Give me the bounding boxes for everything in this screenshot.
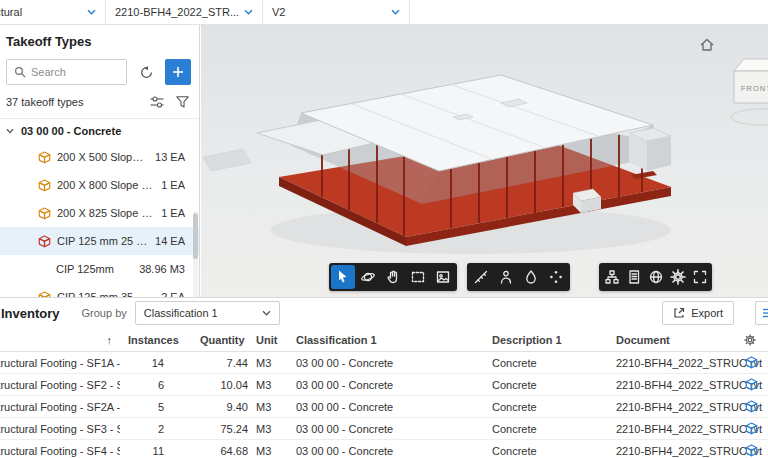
takeoff-type-label: CIP 125mm [56, 263, 133, 275]
scrollbar[interactable] [193, 211, 198, 297]
cell-classification: 03 00 00 - Concrete [294, 357, 490, 369]
version-dropdown[interactable]: V2 [263, 0, 410, 24]
select-tool-button[interactable] [331, 265, 355, 289]
history-button[interactable] [133, 59, 159, 85]
toolbar-navigation [329, 263, 457, 291]
viewport[interactable]: FRONT [201, 25, 768, 297]
takeoff-type-item[interactable]: 200 X 800 Slope 1 Side 1H to ...1 EA [0, 171, 199, 199]
cell-unit: M3 [254, 357, 294, 369]
tree-group-concrete[interactable]: 03 00 00 - Concrete [0, 119, 199, 143]
cursor-icon [335, 269, 351, 285]
inventory-row[interactable]: Structural Footing - SF4 - SF-41164.68M3… [0, 440, 768, 458]
pan-tool-button[interactable] [381, 265, 405, 289]
inventory-title: Inventory [1, 306, 60, 321]
history-icon [139, 65, 154, 80]
properties-button[interactable] [623, 265, 644, 289]
panel-toggle-button[interactable] [755, 301, 768, 325]
column-header-instances[interactable]: Instances [120, 334, 192, 346]
cell-unit: M3 [254, 379, 294, 391]
takeoff-type-label: 200 X 825 Slope 1 Side 1H to ... [57, 207, 155, 219]
settings-button[interactable] [667, 265, 688, 289]
building-model [203, 75, 671, 254]
cell-quantity: 10.04 [192, 379, 254, 391]
search-input[interactable]: Search [6, 59, 127, 85]
takeoff-type-item[interactable]: 200 X 825 Slope 1 Side 1H to ...1 EA [0, 199, 199, 227]
explode-tool-button[interactable] [544, 265, 568, 289]
display-settings-icon[interactable] [150, 96, 164, 108]
cell-classification: 03 00 00 - Concrete [294, 423, 490, 435]
group-by-label: Group by [82, 307, 127, 319]
document-model-icon[interactable] [745, 356, 758, 369]
document-name: 2210-BFH4_2022_STRUC.rvt [616, 357, 762, 369]
cell-quantity: 64.68 [192, 445, 254, 457]
project-phase-dropdown[interactable]: Structural [0, 0, 106, 24]
viewcube[interactable]: FRONT [728, 51, 768, 135]
cell-unit: M3 [254, 423, 294, 435]
cell-description: Concrete [490, 357, 614, 369]
takeoff-type-item[interactable]: CIP 125mm38.96 M3 [0, 255, 199, 283]
takeoff-type-item[interactable]: CIP 125 mm 35 MPa C-1 CL...2 EA [0, 283, 199, 297]
capture-tool-button[interactable] [431, 265, 455, 289]
sort-indicator[interactable]: ↑ [0, 334, 120, 346]
cell-quantity: 7.44 [192, 357, 254, 369]
cell-instances: 5 [120, 401, 192, 413]
model-browser-button[interactable] [601, 265, 622, 289]
chevron-down-icon [87, 9, 96, 15]
filter-icon[interactable] [176, 96, 189, 108]
inventory-row[interactable]: Structural Footing - SF3 - SF-3275.24M30… [0, 418, 768, 440]
takeoff-type-item[interactable]: 200 X 500 Slope 1 Side 1H t...13 EA [0, 143, 199, 171]
scrollbar-thumb[interactable] [193, 213, 198, 259]
group-by-select[interactable]: Classification 1 [135, 301, 280, 325]
document-name: 2210-BFH4_2022_STRUC.rvt [616, 423, 762, 435]
cell-classification: 03 00 00 - Concrete [294, 379, 490, 391]
cell-name: Structural Footing - SF4 - SF-4 [0, 445, 120, 457]
views-button[interactable] [645, 265, 666, 289]
takeoff-type-quantity: 1 EA [161, 207, 185, 219]
cell-name: Structural Footing - SF2A - SF2A [0, 401, 120, 413]
cell-classification: 03 00 00 - Concrete [294, 401, 490, 413]
column-header-description[interactable]: Description 1 [490, 334, 614, 346]
cell-name: Structural Footing - SF1A - SF1A [0, 357, 120, 369]
add-takeoff-type-button[interactable] [165, 59, 191, 85]
column-settings-gear-icon[interactable] [743, 333, 757, 347]
measure-tool-button[interactable] [469, 265, 493, 289]
panel-title: Takeoff Types [6, 34, 199, 49]
inventory-row[interactable]: Structural Footing - SF2A - SF2A59.40M30… [0, 396, 768, 418]
document-model-icon[interactable] [745, 444, 758, 457]
document-model-icon[interactable] [745, 400, 758, 413]
orbit-icon [360, 269, 376, 285]
cell-description: Concrete [490, 379, 614, 391]
takeoff-cube-icon [38, 179, 51, 192]
fullscreen-button[interactable] [689, 265, 710, 289]
viewport-canvas[interactable] [201, 25, 768, 297]
document-name: 2210-BFH4_2022_STRUC.rvt [616, 445, 762, 457]
column-header-unit[interactable]: Unit [254, 334, 294, 346]
tree-group-label: 03 00 00 - Concrete [21, 125, 121, 137]
section-tool-button[interactable] [519, 265, 543, 289]
inventory-table: ↑ Instances Quantity Unit Classification… [0, 328, 768, 458]
takeoff-type-item[interactable]: CIP 125 mm 25 MPa N14 EA [0, 227, 199, 255]
column-header-classification[interactable]: Classification 1 [294, 334, 490, 346]
toolbar-tools [467, 263, 570, 291]
home-view-button[interactable] [698, 36, 716, 54]
search-placeholder: Search [31, 66, 66, 78]
takeoff-cube-icon [38, 151, 51, 164]
takeoff-app: Structural 2210-BFH4_2022_STR... V2 Take… [0, 0, 768, 458]
inventory-row[interactable]: Structural Footing - SF2 - SF-2610.04M30… [0, 374, 768, 396]
orbit-tool-button[interactable] [356, 265, 380, 289]
inventory-row[interactable]: Structural Footing - SF1A - SF1A147.44M3… [0, 352, 768, 374]
takeoff-type-quantity: 1 EA [161, 179, 185, 191]
document-model-icon[interactable] [745, 422, 758, 435]
column-header-quantity[interactable]: Quantity [192, 334, 254, 346]
hand-icon [385, 269, 401, 285]
cell-classification: 03 00 00 - Concrete [294, 445, 490, 457]
cell-name: Structural Footing - SF2 - SF-2 [0, 379, 120, 391]
document-model-icon[interactable] [745, 378, 758, 391]
window-select-tool-button[interactable] [406, 265, 430, 289]
first-person-tool-button[interactable] [494, 265, 518, 289]
home-icon [699, 37, 715, 53]
model-dropdown[interactable]: 2210-BFH4_2022_STR... [106, 0, 263, 24]
cell-description: Concrete [490, 423, 614, 435]
export-button[interactable]: Export [662, 301, 734, 325]
takeoff-type-quantity: 14 EA [155, 235, 185, 247]
